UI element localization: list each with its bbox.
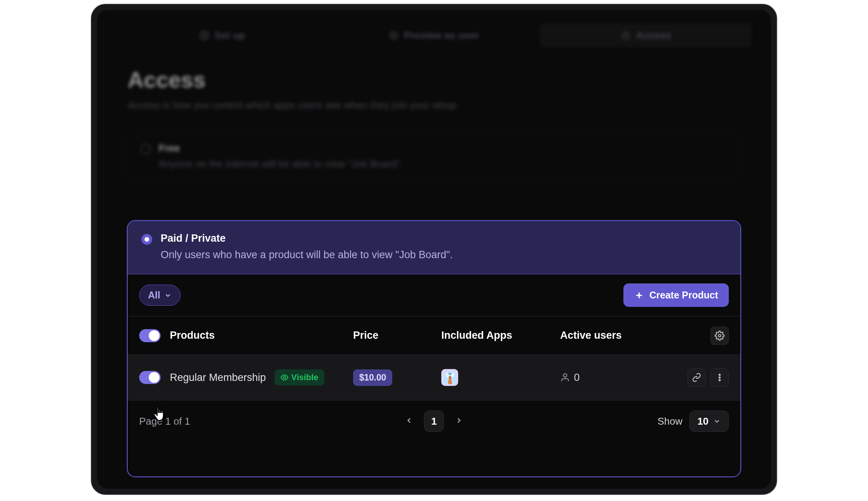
product-name: Regular Membership [170,372,266,384]
tab-setup-label: Set up [215,30,245,41]
create-product-label: Create Product [649,290,718,301]
row-menu-button[interactable] [710,368,729,387]
lock-icon [621,30,631,40]
svg-point-9 [719,374,720,375]
cell-users: 0 [560,372,679,384]
radio-unchecked-icon [140,144,151,155]
option-paid-desc: Only users who have a product will be ab… [161,249,453,261]
svg-point-1 [390,31,398,39]
gear-icon [715,331,725,341]
active-users-value: 0 [574,372,580,384]
cell-apps: 👔 [441,369,560,386]
target-icon [389,30,399,40]
option-paid-title: Paid / Private [161,232,453,244]
copy-link-button[interactable] [687,368,706,387]
window-frame: Set up Preview as user Access Access Acc… [91,4,777,495]
page-size-value: 10 [697,415,709,427]
user-icon [560,372,570,382]
col-users: Active users [560,330,679,341]
chevron-right-icon [455,416,463,425]
page-size-label: Show [658,415,682,427]
cell-price: $10.00 [353,369,441,386]
svg-point-2 [392,34,395,37]
plus-icon [634,290,644,300]
filter-label: All [148,290,160,301]
pagination: Page 1 of 1 1 Show 10 [128,400,740,442]
col-price: Price [353,330,441,341]
gear-icon [199,30,209,40]
prev-page-button[interactable] [401,415,417,427]
link-icon [692,373,701,382]
tab-preview[interactable]: Preview as user [328,23,540,48]
current-page[interactable]: 1 [424,410,444,432]
column-settings-button[interactable] [710,326,729,345]
visibility-label: Visible [291,372,319,382]
page-subtitle: Access is how you control which apps use… [128,99,740,111]
svg-point-11 [719,379,720,381]
filter-dropdown[interactable]: All [139,285,181,306]
svg-point-10 [719,377,720,378]
svg-rect-3 [623,35,629,39]
tab-setup[interactable]: Set up [116,23,328,48]
toggle-all[interactable] [139,329,161,342]
chevron-down-icon [713,417,721,425]
app-icon: 👔 [441,369,458,386]
col-apps: Included Apps [441,330,560,341]
more-vertical-icon [715,373,724,382]
visibility-badge: Visible [275,369,325,386]
price-pill: $10.00 [353,369,392,386]
page-size: Show 10 [658,410,729,432]
create-product-button[interactable]: Create Product [623,283,729,307]
toggle-product[interactable] [139,371,161,384]
option-free-desc: Anyone on the internet will be able to v… [159,158,403,170]
svg-point-0 [203,34,205,37]
tab-preview-label: Preview as user [404,30,480,41]
table-header: Products Price Included Apps Active user… [128,316,740,354]
row-actions [679,368,729,387]
svg-point-6 [718,334,721,337]
background-blurred: Set up Preview as user Access Access Acc… [97,10,771,183]
page-size-select[interactable]: 10 [689,410,729,432]
svg-point-8 [564,374,567,377]
option-paid[interactable]: Paid / Private Only users who have a pro… [128,221,740,274]
option-free-title: Free [159,142,403,154]
chevron-left-icon [405,416,413,425]
chevron-down-icon [164,292,172,299]
radio-checked-icon [141,234,152,245]
col-products: Products [170,330,353,341]
window-content: Set up Preview as user Access Access Acc… [97,10,771,489]
tab-access[interactable]: Access [540,23,752,48]
svg-point-7 [283,377,285,379]
next-page-button[interactable] [451,415,467,427]
tabs: Set up Preview as user Access [116,19,752,48]
cell-product: Regular Membership Visible [170,369,353,386]
eye-icon [281,374,288,381]
page-header: Access Access is how you control which a… [116,48,752,115]
option-paid-card: Paid / Private Only users who have a pro… [127,220,741,477]
option-free[interactable]: Free Anyone on the internet will be able… [127,130,741,183]
page-controls: 1 [401,410,467,432]
products-toolbar: All Create Product [128,274,740,316]
table-row: Regular Membership Visible $10.00 👔 [128,354,740,400]
cursor-pointer-icon [153,406,167,421]
page-title: Access [128,67,740,92]
tab-access-label: Access [636,30,671,41]
